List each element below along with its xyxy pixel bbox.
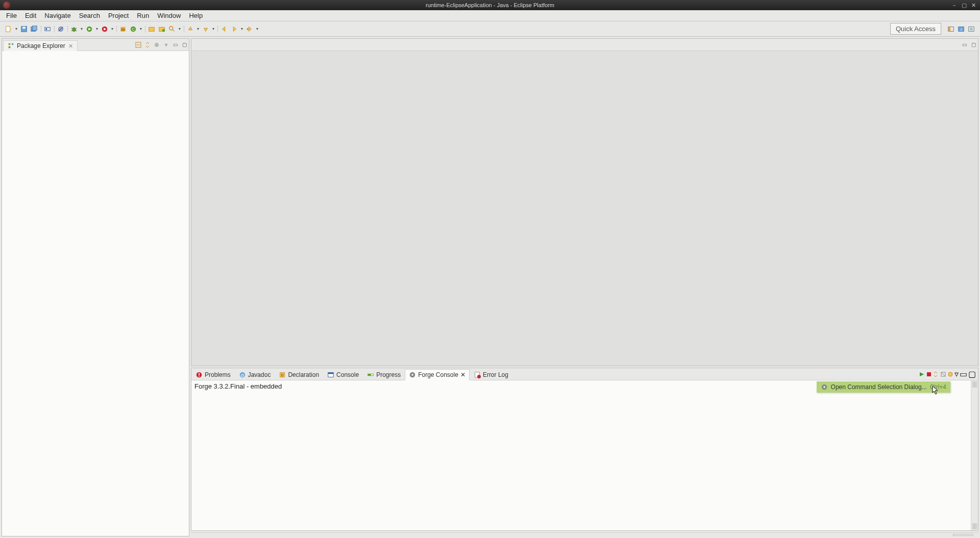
debug-dropdown[interactable]: ▾ xyxy=(80,24,84,34)
search-dropdown[interactable]: ▾ xyxy=(178,24,182,34)
maximize-button[interactable]: ▢ xyxy=(961,2,967,9)
bottom-view-menu-button[interactable]: ▿ xyxy=(954,369,959,379)
svg-rect-0 xyxy=(6,26,10,32)
search-button[interactable] xyxy=(167,24,177,34)
svg-marker-28 xyxy=(204,28,208,31)
debug-perspective-button[interactable] xyxy=(967,24,976,34)
svg-rect-46 xyxy=(199,373,200,375)
svg-rect-2 xyxy=(22,27,25,29)
tab-javadoc[interactable]: @ Javadoc xyxy=(235,369,275,380)
forge-console-icon xyxy=(409,371,416,378)
close-button[interactable]: ✕ xyxy=(970,2,977,9)
package-explorer-view: Package Explorer ✕ ▿ ▭ ▢ xyxy=(2,38,189,536)
next-annotation-button[interactable] xyxy=(201,24,210,34)
forge-go-to-button[interactable] xyxy=(947,371,953,377)
editor-minimize-button[interactable]: ▭ xyxy=(960,41,968,49)
quick-access-input[interactable]: Quick Access xyxy=(890,23,941,35)
editor-maximize-button[interactable]: ▢ xyxy=(969,41,977,49)
menu-navigate[interactable]: Navigate xyxy=(40,11,75,20)
tab-progress[interactable]: Progress xyxy=(363,369,405,380)
minimize-view-button[interactable]: ▭ xyxy=(171,41,179,49)
prev-annotation-dropdown[interactable]: ▾ xyxy=(196,24,200,34)
bottom-maximize-button[interactable]: ▢ xyxy=(968,369,976,379)
nav-last-edit-dropdown[interactable]: ▾ xyxy=(255,24,259,34)
workspace: Package Explorer ✕ ▿ ▭ ▢ ▭ ▢ xyxy=(0,37,980,538)
svg-point-9 xyxy=(72,27,76,32)
run-button[interactable] xyxy=(85,24,94,34)
tab-console[interactable]: Console xyxy=(323,369,363,380)
new-button[interactable] xyxy=(4,24,13,34)
collapse-all-button[interactable] xyxy=(134,41,142,49)
prev-annotation-button[interactable] xyxy=(186,24,195,34)
svg-rect-55 xyxy=(368,374,371,376)
forge-start-button[interactable] xyxy=(919,371,925,377)
svg-line-63 xyxy=(941,372,945,376)
menu-search[interactable]: Search xyxy=(75,11,104,20)
tab-forge-console-label: Forge Console xyxy=(418,371,458,378)
package-explorer-close-icon[interactable]: ✕ xyxy=(68,43,73,49)
bottom-minimize-button[interactable]: ▭ xyxy=(960,369,967,379)
editor-area: ▭ ▢ xyxy=(191,38,978,366)
maximize-view-button[interactable]: ▢ xyxy=(180,41,188,49)
problems-icon xyxy=(195,371,203,378)
resize-grip-icon[interactable] xyxy=(953,534,973,536)
new-java-class-button[interactable]: C xyxy=(129,24,138,34)
nav-forward-button[interactable] xyxy=(230,24,239,34)
tab-forge-console[interactable]: Forge Console ✕ xyxy=(405,369,470,380)
menu-window[interactable]: Window xyxy=(153,11,185,20)
menu-bar: File Edit Navigate Search Project Run Wi… xyxy=(0,10,980,21)
nav-forward-dropdown[interactable]: ▾ xyxy=(240,24,244,34)
external-tools-dropdown[interactable]: ▾ xyxy=(110,24,114,34)
open-perspective-button[interactable] xyxy=(946,24,955,34)
view-menu-button[interactable]: ▿ xyxy=(162,41,170,49)
svg-rect-61 xyxy=(927,372,931,376)
save-all-button[interactable] xyxy=(30,24,39,34)
skip-breakpoints-button[interactable] xyxy=(56,24,65,34)
nav-last-edit-button[interactable] xyxy=(245,24,254,34)
svg-line-13 xyxy=(76,30,77,31)
command-selection-popover[interactable]: Open Command Selection Dialog... Ctrl+4 xyxy=(817,381,950,393)
tab-declaration[interactable]: D Declaration xyxy=(275,369,323,380)
forge-stop-button[interactable] xyxy=(926,371,932,377)
menu-project[interactable]: Project xyxy=(104,11,133,20)
tab-problems[interactable]: Problems xyxy=(191,369,235,380)
debug-button[interactable] xyxy=(69,24,79,34)
bottom-toolbar: ▿ ▭ ▢ xyxy=(919,369,978,380)
new-dropdown[interactable]: ▾ xyxy=(14,24,18,34)
svg-marker-27 xyxy=(189,27,192,30)
popover-label: Open Command Selection Dialog... xyxy=(831,383,927,391)
svg-point-66 xyxy=(823,386,825,388)
eclipse-app-icon xyxy=(3,2,10,9)
forge-console-close-icon[interactable]: ✕ xyxy=(460,371,465,378)
next-annotation-dropdown[interactable]: ▾ xyxy=(211,24,215,34)
svg-point-59 xyxy=(477,375,481,378)
forge-console-body[interactable]: Forge 3.3.2.Final - embedded Open Comman… xyxy=(191,380,978,530)
toggle-breadcrumb-button[interactable] xyxy=(43,24,52,34)
save-button[interactable] xyxy=(19,24,29,34)
vertical-scrollbar[interactable] xyxy=(971,380,978,530)
forge-link-editor-button[interactable] xyxy=(933,371,939,377)
run-dropdown[interactable]: ▾ xyxy=(95,24,99,34)
javadoc-icon: @ xyxy=(239,371,246,378)
menu-file[interactable]: File xyxy=(2,11,21,20)
nav-back-button[interactable] xyxy=(219,24,229,34)
link-with-editor-button[interactable] xyxy=(143,41,152,49)
menu-help[interactable]: Help xyxy=(185,11,207,20)
editor-body[interactable] xyxy=(191,51,978,366)
bottom-panel: Problems @ Javadoc D Declaration Console… xyxy=(191,368,978,531)
open-task-button[interactable] xyxy=(157,24,166,34)
open-type-button[interactable] xyxy=(147,24,156,34)
forge-clear-button[interactable] xyxy=(940,371,946,377)
new-java-package-button[interactable] xyxy=(118,24,128,34)
package-explorer-body[interactable] xyxy=(2,51,189,536)
focus-task-button[interactable] xyxy=(153,41,161,49)
java-perspective-button[interactable]: J xyxy=(957,24,966,34)
new-java-class-dropdown[interactable]: ▾ xyxy=(139,24,143,34)
menu-run[interactable]: Run xyxy=(133,11,153,20)
external-tools-button[interactable] xyxy=(100,24,109,34)
package-explorer-tab[interactable]: Package Explorer ✕ xyxy=(3,40,78,52)
tab-error-log[interactable]: Error Log xyxy=(470,369,512,380)
minimize-button[interactable]: － xyxy=(951,2,958,9)
menu-edit[interactable]: Edit xyxy=(21,11,40,20)
svg-marker-31 xyxy=(249,27,251,31)
